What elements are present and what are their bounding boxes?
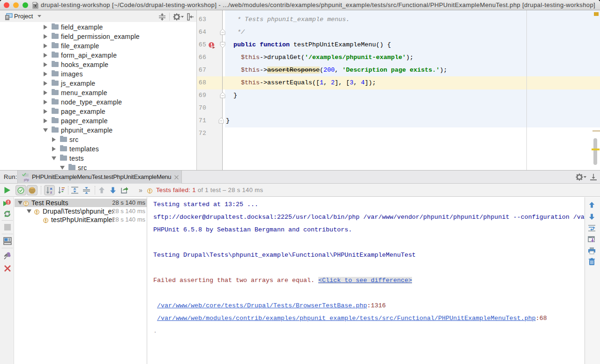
svg-text:php: php [24, 178, 29, 182]
svg-text:z: z [50, 190, 52, 194]
